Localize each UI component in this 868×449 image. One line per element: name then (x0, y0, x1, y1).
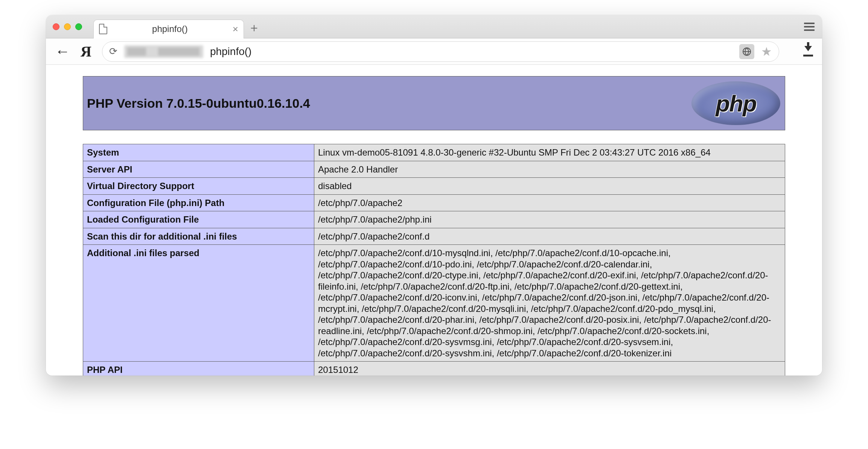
table-row: PHP API20151012 (83, 362, 785, 376)
config-value: Linux vm-demo05-81091 4.8.0-30-generic #… (314, 144, 785, 161)
config-key: System (83, 144, 314, 161)
php-logo-text: php (716, 90, 756, 117)
browser-window: phpinfo() × ＋ ← Я ⟳ phpinfo() ★ (46, 15, 822, 376)
titlebar: phpinfo() × ＋ (46, 15, 822, 38)
url-host-blurred (124, 45, 203, 58)
config-key: Virtual Directory Support (83, 178, 314, 195)
page-favicon-icon (99, 24, 107, 34)
yandex-logo-icon[interactable]: Я (81, 43, 91, 60)
config-key: Configuration File (php.ini) Path (83, 194, 314, 211)
table-row: Server APIApache 2.0 Handler (83, 161, 785, 178)
php-version-heading: PHP Version 7.0.15-0ubuntu0.16.10.4 (87, 96, 310, 111)
table-row: Loaded Configuration File/etc/php/7.0/ap… (83, 211, 785, 228)
php-logo-icon: php (691, 81, 780, 125)
window-controls (53, 23, 82, 30)
translate-globe-icon[interactable] (739, 44, 754, 59)
table-row: Virtual Directory Supportdisabled (83, 178, 785, 195)
omnibox-right: ★ (739, 44, 772, 59)
config-value: 20151012 (314, 362, 785, 376)
page-content: PHP Version 7.0.15-0ubuntu0.16.10.4 php … (46, 65, 822, 376)
phpinfo-table: SystemLinux vm-demo05-81091 4.8.0-30-gen… (83, 144, 785, 376)
omnibox[interactable]: ⟳ phpinfo() ★ (102, 41, 779, 62)
nav-back-button[interactable]: ← (55, 43, 70, 60)
omnibox-text: phpinfo() (210, 46, 732, 58)
config-value: disabled (314, 178, 785, 195)
phpinfo-header: PHP Version 7.0.15-0ubuntu0.16.10.4 php (83, 76, 785, 130)
table-row: Configuration File (php.ini) Path/etc/ph… (83, 194, 785, 211)
config-value: Apache 2.0 Handler (314, 161, 785, 178)
config-value: /etc/php/7.0/apache2 (314, 194, 785, 211)
minimize-window-button[interactable] (64, 23, 71, 30)
config-key: Loaded Configuration File (83, 211, 314, 228)
config-value: /etc/php/7.0/apache2/conf.d/10-mysqlnd.i… (314, 245, 785, 362)
config-value: /etc/php/7.0/apache2/conf.d (314, 228, 785, 245)
new-tab-button[interactable]: ＋ (248, 22, 260, 34)
table-row: SystemLinux vm-demo05-81091 4.8.0-30-gen… (83, 144, 785, 161)
close-window-button[interactable] (53, 23, 59, 30)
downloads-button[interactable] (803, 47, 813, 57)
table-row: Scan this dir for additional .ini files/… (83, 228, 785, 245)
table-row: Additional .ini files parsed/etc/php/7.0… (83, 245, 785, 362)
config-key: PHP API (83, 362, 314, 376)
config-key: Additional .ini files parsed (83, 245, 314, 362)
tab-title: phpinfo() (113, 24, 227, 34)
browser-tab[interactable]: phpinfo() × (93, 20, 244, 38)
bookmark-star-icon[interactable]: ★ (761, 44, 772, 59)
config-value: /etc/php/7.0/apache2/php.ini (314, 211, 785, 228)
address-bar-row: ← Я ⟳ phpinfo() ★ (46, 38, 822, 65)
config-key: Server API (83, 161, 314, 178)
reload-button[interactable]: ⟳ (109, 46, 117, 57)
maximize-window-button[interactable] (75, 23, 82, 30)
close-tab-button[interactable]: × (233, 24, 238, 34)
browser-menu-button[interactable] (804, 23, 815, 31)
config-key: Scan this dir for additional .ini files (83, 228, 314, 245)
